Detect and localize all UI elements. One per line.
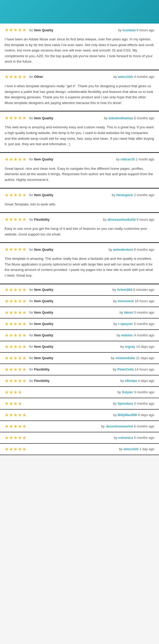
review-time: 18 hours ago — [135, 299, 154, 303]
review-time: 21 days ago — [136, 356, 154, 360]
compact-review-item: ★★★★★for Item Qualityby mdstoc 4 months … — [0, 330, 159, 341]
star-rating: ★★★★★ — [5, 287, 27, 293]
author-link[interactable]: steveowst — [118, 299, 134, 303]
review-meta: ★★★★★by wmcclish 1 day ago — [5, 446, 154, 452]
for-category-label: for Item Quality — [29, 193, 53, 197]
star-rating: ★★★★★ — [5, 247, 27, 252]
author-link[interactable]: dinosaurbooksltd — [108, 218, 136, 221]
author-link[interactable]: iconbob — [123, 28, 136, 32]
compact-review-item: ★★★★★for Item Qualityby Artem304 8 minut… — [0, 284, 159, 296]
author-link[interactable]: estranica — [118, 436, 133, 440]
review-time: 2 months ago — [134, 193, 154, 197]
star-rating: ★★★★ — [5, 401, 22, 406]
author-link[interactable]: Sstyler — [122, 390, 133, 394]
full-review-item: ★★★★★for Item Qualityby robcar10 1 month… — [0, 153, 159, 189]
category-name: Flexibility — [34, 218, 50, 221]
author-link[interactable]: BillyMac856 — [118, 413, 137, 417]
review-meta: ★★★★★by estranica 5 months ago — [5, 435, 154, 441]
author-link[interactable]: zebulonthomas — [108, 116, 133, 120]
by-author-label: by wmcclish 4 months ago — [113, 75, 154, 79]
by-author-label: by anhedonlum 6 months ago — [109, 248, 154, 251]
review-body: Great Template, lots to work with. — [5, 201, 154, 208]
author-link[interactable]: robcar10 — [120, 157, 135, 161]
review-meta: ★★★★★by Jasonlovemarine 6 months ago — [5, 424, 154, 429]
category-name: Item Quality — [34, 310, 53, 314]
review-meta: ★★★★★for Item Qualityby srgray 14 days a… — [5, 344, 154, 350]
category-name: Item Quality — [34, 345, 53, 349]
author-link[interactable]: xfloripa — [125, 379, 137, 383]
by-author-label: by nmwunduke 21 days ago — [111, 356, 154, 360]
review-time: 1 month ago — [136, 157, 154, 161]
review-time: 6 hours ago — [137, 28, 154, 32]
author-link[interactable]: wmcclish — [124, 447, 139, 451]
star-rating: ★★★★★ — [5, 378, 27, 384]
author-link[interactable]: r-speyser — [118, 322, 133, 326]
category-name: Item Quality — [34, 193, 53, 197]
category-name: Item Quality — [34, 157, 53, 161]
for-category-label: for Flexibility — [29, 218, 50, 221]
review-meta: ★★★★★for Item Qualityby mdstoc 4 months … — [5, 332, 154, 338]
page-header — [0, 0, 159, 24]
star-rating: ★★★★★ — [5, 310, 27, 315]
category-name: Flexibility — [34, 379, 50, 383]
full-review-item: ★★★★★for Item Qualityby zebulonthomas 6 … — [0, 112, 159, 153]
author-link[interactable]: nmwunduke — [116, 356, 135, 360]
by-author-label: by srgray 14 days ago — [120, 345, 154, 349]
for-category-label: for Flexibility — [29, 379, 50, 383]
for-category-label: for Item Quality — [29, 157, 53, 161]
review-time: 14 hours ago — [135, 367, 154, 371]
review-meta: ★★★★★for Item Qualityby robcar10 1 month… — [5, 157, 154, 162]
compact-review-item: ★★★★★by wmcclish 1 day ago — [0, 444, 159, 455]
full-review-item: ★★★★★for Flexibilityby dinosaurbooksltd … — [0, 213, 159, 243]
compact-review-item: ★★★★★for Flexibilityby xfloripa 4 days a… — [0, 375, 159, 387]
review-meta: ★★★★★for Item Qualityby zebulonthomas 6 … — [5, 115, 154, 121]
review-meta: ★★★★★for Item Qualityby iconbob 6 hours … — [5, 27, 154, 33]
review-time: 5 months ago — [134, 322, 154, 326]
review-body: I have been an Adobe Muse user since its… — [5, 35, 154, 65]
star-rating: ★★★★★ — [5, 355, 27, 361]
by-author-label: by PeterCella 14 hours ago — [113, 367, 154, 371]
review-time: 5 months ago — [134, 310, 154, 314]
by-author-label: by r-speyser 5 months ago — [113, 322, 154, 326]
by-author-label: by zebulonthomas 6 months ago — [104, 116, 154, 120]
category-name: Flexibility — [34, 367, 50, 371]
review-meta: ★★★★★for Flexibilityby PeterCella 14 hou… — [5, 367, 154, 372]
compact-review-item: ★★★★★for Item Qualityby nmwunduke 21 day… — [0, 353, 159, 364]
star-rating: ★★★★★ — [5, 435, 27, 441]
star-rating: ★★★★★ — [5, 412, 27, 418]
review-body: This template is amazing. The author rea… — [5, 255, 154, 279]
review-body: Great layout, nice and clean look. Easy … — [5, 165, 154, 184]
author-link[interactable]: ldenn — [124, 310, 133, 314]
review-time: 3 months ago — [134, 390, 154, 394]
author-link[interactable]: Jasonlovemarine — [105, 424, 133, 428]
compact-review-item: ★★★★★for Item Qualityby ldenn 5 months a… — [0, 307, 159, 319]
star-rating: ★★★★★ — [5, 367, 27, 372]
review-time: 5 months ago — [134, 436, 154, 440]
by-author-label: by Jasonlovemarine 6 months ago — [101, 424, 154, 428]
review-meta: ★★★★★for Item Qualityby anhedonlum 6 mon… — [5, 247, 154, 252]
star-rating: ★★★★★ — [5, 74, 27, 80]
author-link[interactable]: wmcclish — [118, 75, 133, 79]
author-link[interactable]: Artem304 — [117, 288, 132, 292]
compact-reviews-section: ★★★★★for Item Qualityby Artem304 8 minut… — [0, 284, 159, 455]
category-name: Item Quality — [34, 356, 53, 360]
author-link[interactable]: tiestogene — [116, 193, 133, 197]
author-link[interactable]: PeterCella — [117, 367, 134, 371]
for-category-label: for Flexibility — [29, 367, 50, 371]
author-link[interactable]: anhedonlum — [113, 248, 133, 251]
review-body: Easy to use once you get the hang of it … — [5, 225, 154, 238]
full-review-item: ★★★★★for Item Qualityby tiestogene 2 mon… — [0, 189, 159, 213]
star-rating: ★★★★★ — [5, 446, 27, 452]
review-meta: ★★★★★for Item Qualityby steveowst 18 hou… — [5, 298, 154, 304]
category-name: Item Quality — [34, 28, 53, 32]
author-link[interactable]: mdstoc — [121, 333, 133, 337]
review-time: 5 hours ago — [137, 218, 154, 221]
full-reviews-section: ★★★★★for Item Qualityby iconbob 6 hours … — [0, 24, 159, 284]
review-time: 1 day ago — [140, 447, 154, 451]
category-name: Item Quality — [34, 299, 53, 303]
by-author-label: by wmcclish 1 day ago — [119, 447, 154, 451]
star-rating: ★★★★★ — [5, 321, 27, 327]
author-link[interactable]: srgray — [125, 345, 135, 349]
review-time: 3 months ago — [134, 402, 154, 405]
author-link[interactable]: Spendora — [118, 402, 133, 405]
